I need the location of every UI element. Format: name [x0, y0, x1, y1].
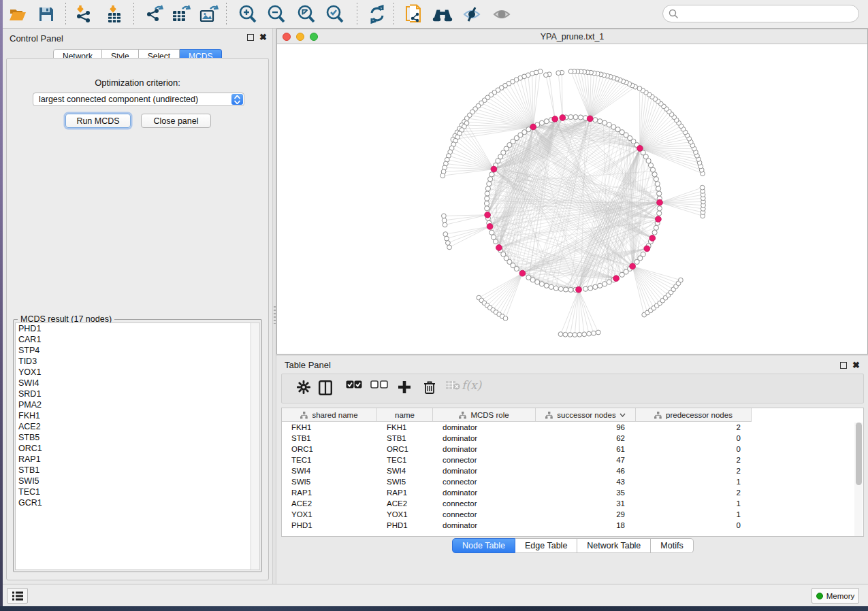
column-header-shared-name[interactable]: shared name: [282, 408, 377, 422]
mcds-result-item[interactable]: TID3: [16, 356, 251, 367]
float-panel-icon[interactable]: [840, 362, 847, 369]
table-cell[interactable]: 1: [636, 476, 752, 487]
refresh-icon[interactable]: [366, 4, 388, 24]
table-row[interactable]: SWI5SWI5connector431: [282, 476, 752, 487]
network-canvas[interactable]: [277, 44, 867, 354]
table-cell[interactable]: ORC1: [282, 444, 377, 455]
table-cell[interactable]: connector: [433, 509, 536, 520]
export-image-icon[interactable]: [198, 4, 220, 24]
table-row[interactable]: ACE2ACE2connector311: [282, 498, 752, 509]
table-cell[interactable]: RAP1: [377, 487, 433, 498]
table-cell[interactable]: dominator: [433, 520, 536, 531]
mcds-result-item[interactable]: ORC1: [16, 443, 251, 454]
table-tab-node-table[interactable]: Node Table: [452, 538, 515, 553]
table-cell[interactable]: FKH1: [282, 422, 377, 433]
import-network-icon[interactable]: [74, 4, 95, 24]
table-cell[interactable]: SWI5: [282, 476, 377, 487]
task-history-button[interactable]: [7, 588, 28, 604]
table-row[interactable]: STB1STB1dominator620: [282, 433, 752, 444]
table-cell[interactable]: 46: [536, 465, 636, 476]
mcds-result-item[interactable]: SWI4: [16, 378, 251, 389]
mcds-result-item[interactable]: PMA2: [16, 399, 251, 410]
import-table-icon[interactable]: [103, 4, 125, 24]
table-row[interactable]: RAP1RAP1dominator352: [282, 487, 752, 498]
memory-button[interactable]: Memory: [811, 588, 859, 604]
mcds-result-item[interactable]: CAR1: [16, 334, 251, 345]
table-cell[interactable]: 31: [536, 498, 636, 509]
table-row[interactable]: YOX1YOX1connector291: [282, 509, 752, 520]
table-cell[interactable]: connector: [433, 476, 536, 487]
mcds-result-item[interactable]: SRD1: [16, 389, 251, 399]
delete-column-icon[interactable]: [423, 380, 436, 395]
close-panel-icon[interactable]: ✖: [259, 34, 267, 41]
close-panel-icon[interactable]: ✖: [852, 362, 860, 369]
table-cell[interactable]: YOX1: [377, 509, 433, 520]
mcds-result-item[interactable]: PHD1: [16, 323, 251, 334]
table-tab-network-table[interactable]: Network Table: [577, 538, 651, 553]
optimization-criterion-select[interactable]: largest connected component (undirected): [33, 93, 244, 106]
run-mcds-button[interactable]: Run MCDS: [65, 114, 131, 128]
mcds-result-item[interactable]: TEC1: [16, 486, 251, 497]
table-cell[interactable]: YOX1: [282, 509, 377, 520]
table-cell[interactable]: SWI5: [377, 476, 433, 487]
mcds-result-item[interactable]: RAP1: [16, 454, 251, 465]
table-tab-edge-table[interactable]: Edge Table: [515, 538, 577, 553]
table-cell[interactable]: PHD1: [377, 520, 433, 531]
table-cell[interactable]: 2: [636, 455, 752, 465]
mcds-result-item[interactable]: ACE2: [16, 421, 251, 432]
column-header-predecessor-nodes[interactable]: predecessor nodes: [636, 408, 752, 422]
table-cell[interactable]: 62: [536, 433, 636, 444]
mcds-result-item[interactable]: STP4: [16, 345, 251, 356]
select-all-icon[interactable]: [346, 380, 362, 389]
table-cell[interactable]: 1: [636, 509, 752, 520]
zoom-in-icon[interactable]: [237, 4, 259, 24]
table-cell[interactable]: dominator: [433, 422, 536, 433]
table-cell[interactable]: 35: [536, 487, 636, 498]
table-row[interactable]: ORC1ORC1dominator610: [282, 444, 752, 455]
float-panel-icon[interactable]: [247, 34, 254, 41]
scrollbar-thumb[interactable]: [856, 423, 862, 485]
mcds-result-item[interactable]: YOX1: [16, 367, 251, 378]
mcds-result-item[interactable]: GCR1: [16, 497, 251, 508]
clone-network-icon[interactable]: [403, 4, 425, 24]
table-tab-motifs[interactable]: Motifs: [651, 538, 693, 553]
open-file-icon[interactable]: [7, 4, 29, 24]
table-cell[interactable]: FKH1: [377, 422, 433, 433]
table-cell[interactable]: 2: [636, 465, 752, 476]
table-cell[interactable]: dominator: [433, 433, 536, 444]
table-row[interactable]: FKH1FKH1dominator962: [282, 422, 752, 433]
save-session-icon[interactable]: [35, 4, 57, 24]
table-row[interactable]: PHD1PHD1dominator180: [282, 520, 752, 531]
mcds-result-item[interactable]: STB1: [16, 465, 251, 476]
table-cell[interactable]: dominator: [433, 465, 536, 476]
close-panel-button[interactable]: Close panel: [141, 114, 211, 128]
table-cell[interactable]: 2: [636, 422, 752, 433]
table-cell[interactable]: connector: [433, 455, 536, 465]
mcds-result-item[interactable]: STB5: [16, 432, 251, 443]
table-cell[interactable]: 0: [636, 444, 752, 455]
table-cell[interactable]: ACE2: [282, 498, 377, 509]
mcds-result-list[interactable]: PHD1CAR1STP4TID3YOX1SWI4SRD1PMA2FKH1ACE2…: [15, 323, 251, 570]
add-column-icon[interactable]: [398, 380, 411, 394]
zoom-selected-icon[interactable]: [324, 4, 346, 24]
zoom-out-icon[interactable]: [266, 4, 287, 24]
table-cell[interactable]: 47: [536, 455, 636, 465]
zoom-fit-icon[interactable]: [295, 4, 317, 24]
search-box[interactable]: [662, 5, 859, 22]
column-header-name[interactable]: name: [377, 408, 433, 422]
table-cell[interactable]: 1: [636, 498, 752, 509]
table-cell[interactable]: STB1: [377, 433, 433, 444]
table-cell[interactable]: 2: [636, 487, 752, 498]
table-cell[interactable]: SWI4: [282, 465, 377, 476]
show-hidden-eye-icon[interactable]: [492, 4, 513, 24]
export-network-icon[interactable]: [144, 4, 166, 24]
table-scrollbar[interactable]: [854, 423, 863, 537]
mcds-result-item[interactable]: FKH1: [16, 410, 251, 421]
table-cell[interactable]: 0: [636, 433, 752, 444]
delete-table-icon[interactable]: [445, 380, 460, 390]
table-cell[interactable]: connector: [433, 498, 536, 509]
table-cell[interactable]: 29: [536, 509, 636, 520]
column-header-successor-nodes[interactable]: successor nodes: [536, 408, 636, 422]
table-cell[interactable]: 0: [636, 520, 752, 531]
table-cell[interactable]: 61: [536, 444, 636, 455]
